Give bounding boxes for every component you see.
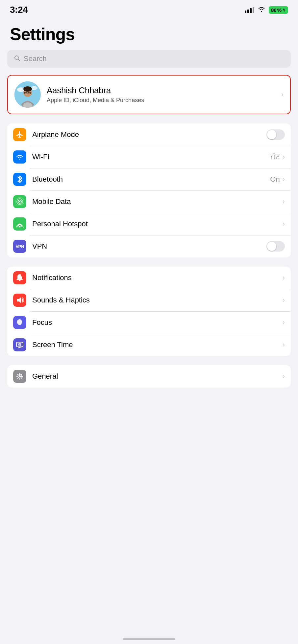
airplane-mode-row[interactable]: Airplane Mode	[7, 123, 291, 146]
general-group: General ›	[7, 365, 291, 388]
svg-point-4	[31, 86, 37, 90]
home-indicator	[123, 638, 175, 640]
focus-row[interactable]: Focus ›	[7, 311, 291, 334]
vpn-icon: VPN	[13, 240, 26, 253]
wifi-label: Wi-Fi	[32, 153, 271, 161]
profile-card[interactable]: Aashish Chhabra Apple ID, iCloud, Media …	[7, 75, 291, 114]
general-icon	[13, 370, 26, 383]
focus-label: Focus	[32, 318, 283, 327]
battery-indicator: 80%	[269, 6, 288, 14]
personal-hotspot-chevron-icon: ›	[283, 220, 285, 228]
sounds-haptics-row[interactable]: Sounds & Haptics ›	[7, 289, 291, 311]
notifications-row[interactable]: Notifications ›	[7, 267, 291, 289]
notifications-label: Notifications	[32, 274, 283, 282]
bluetooth-row[interactable]: Bluetooth On ›	[7, 168, 291, 190]
search-bar[interactable]: Search	[7, 50, 291, 68]
sounds-haptics-label: Sounds & Haptics	[32, 296, 283, 304]
svg-point-23	[19, 375, 21, 377]
profile-info: Aashish Chhabra Apple ID, iCloud, Media …	[47, 85, 275, 104]
status-bar: 3:24 80%	[0, 0, 298, 18]
status-icons: 80%	[245, 6, 288, 14]
wifi-value: ਜੱਟ	[271, 153, 280, 161]
mobile-data-icon	[13, 195, 26, 208]
focus-chevron-icon: ›	[283, 318, 285, 327]
connectivity-group: Airplane Mode Wi-Fi ਜੱਟ › Bluetooth On ›	[7, 123, 291, 257]
signal-bars-icon	[245, 7, 254, 13]
system-group: Notifications › Sounds & Haptics › Focus…	[7, 267, 291, 356]
profile-name: Aashish Chhabra	[47, 85, 275, 96]
bluetooth-label: Bluetooth	[32, 175, 270, 184]
svg-point-6	[23, 86, 32, 92]
sounds-haptics-chevron-icon: ›	[283, 296, 285, 304]
general-label: General	[32, 372, 283, 381]
mobile-data-chevron-icon: ›	[283, 197, 285, 206]
search-placeholder: Search	[24, 55, 47, 63]
vpn-label: VPN	[32, 242, 266, 251]
airplane-mode-icon	[13, 128, 26, 141]
search-icon	[14, 55, 20, 63]
page-title: Settings	[0, 18, 298, 50]
airplane-mode-toggle[interactable]	[266, 129, 285, 140]
focus-icon	[13, 316, 26, 329]
svg-point-16	[21, 274, 23, 277]
search-container: Search	[0, 50, 298, 75]
status-time: 3:24	[10, 5, 28, 15]
screen-time-chevron-icon: ›	[283, 341, 285, 349]
bluetooth-chevron-icon: ›	[283, 175, 285, 184]
screen-time-label: Screen Time	[32, 341, 283, 349]
personal-hotspot-label: Personal Hotspot	[32, 220, 283, 228]
general-row[interactable]: General ›	[7, 365, 291, 388]
notifications-icon	[13, 271, 26, 284]
wifi-row[interactable]: Wi-Fi ਜੱਟ ›	[7, 146, 291, 168]
svg-rect-15	[19, 280, 21, 281]
wifi-status-icon	[258, 6, 265, 14]
mobile-data-row[interactable]: Mobile Data ›	[7, 190, 291, 213]
general-chevron-icon: ›	[283, 372, 285, 381]
vpn-toggle[interactable]	[266, 241, 285, 252]
personal-hotspot-row[interactable]: Personal Hotspot ›	[7, 213, 291, 235]
personal-hotspot-icon	[13, 217, 26, 231]
bluetooth-value: On	[270, 175, 280, 184]
wifi-chevron-icon: ›	[283, 153, 285, 161]
profile-chevron-icon: ›	[281, 90, 284, 99]
mobile-data-label: Mobile Data	[32, 197, 283, 206]
airplane-mode-label: Airplane Mode	[32, 130, 266, 139]
wifi-icon	[13, 150, 26, 164]
avatar	[14, 81, 41, 108]
svg-line-1	[18, 59, 20, 61]
sounds-haptics-icon	[13, 294, 26, 307]
vpn-row[interactable]: VPN VPN	[7, 235, 291, 257]
svg-point-14	[19, 226, 21, 228]
notifications-chevron-icon: ›	[283, 274, 285, 282]
screen-time-icon	[13, 338, 26, 351]
bluetooth-icon	[13, 173, 26, 186]
svg-point-0	[15, 56, 18, 59]
profile-subtitle: Apple ID, iCloud, Media & Purchases	[47, 97, 275, 104]
svg-point-13	[19, 201, 20, 202]
screen-time-row[interactable]: Screen Time ›	[7, 334, 291, 356]
